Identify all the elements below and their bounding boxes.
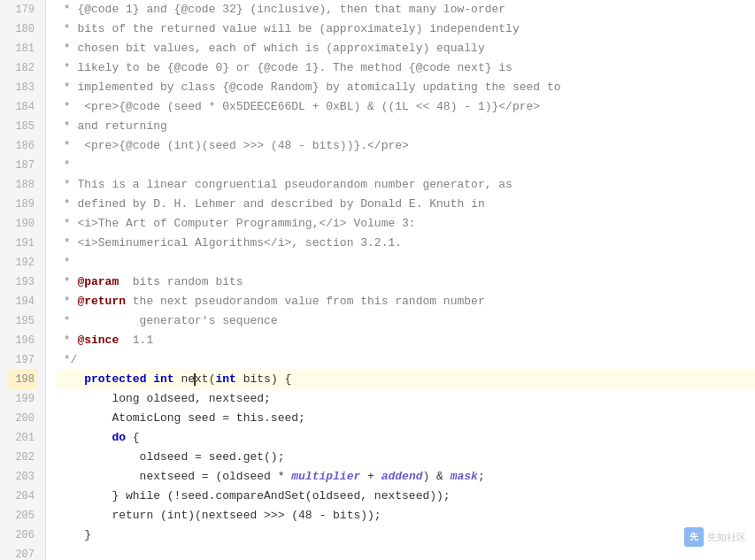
code-line: * @param bits random bits	[57, 272, 755, 292]
line-number: 185	[7, 117, 38, 136]
line-number: 200	[7, 409, 38, 428]
code-token: * likely to be {@code 0} or {@code 1}. T…	[57, 61, 512, 74]
watermark: 先 先知社区	[684, 527, 746, 547]
code-token: int	[215, 372, 235, 386]
code-token: {	[126, 431, 140, 444]
code-line: protected int next(int bits) {	[57, 370, 755, 389]
code-token: ) &	[422, 470, 450, 483]
code-token: bits) {	[236, 372, 291, 386]
code-token: * implemented by class {@code Random} by…	[57, 81, 561, 94]
code-line: } while (!seed.compareAndSet(oldseed, ne…	[57, 487, 755, 506]
code-token: */	[57, 353, 77, 366]
line-number: 205	[7, 506, 38, 525]
code-line: long oldseed, nextseed;	[57, 389, 755, 409]
code-token: 1.1	[119, 334, 153, 347]
code-token: mask	[451, 470, 478, 483]
code-token: *	[57, 256, 71, 269]
code-line: */	[57, 350, 755, 370]
watermark-logo: 先	[684, 527, 704, 547]
line-number: 203	[7, 467, 38, 487]
code-line: * bits of the returned value will be (ap…	[57, 19, 755, 39]
code-editor: 1791801811821831841851861871881891901911…	[0, 0, 755, 560]
code-line: * and returning	[57, 117, 755, 136]
code-line: * generator's sequence	[57, 311, 755, 331]
code-line: * <i>Seminumerical Algorithms</i>, secti…	[57, 234, 755, 253]
code-token: * generator's sequence	[57, 314, 278, 327]
code-token	[57, 431, 112, 444]
line-number: 182	[7, 58, 38, 78]
code-token: *	[57, 295, 77, 308]
code-token: * chosen bit values, each of which is (a…	[57, 42, 485, 55]
line-number: 191	[7, 234, 38, 253]
code-token: * <i>Seminumerical Algorithms</i>, secti…	[57, 236, 402, 249]
code-token: +	[360, 470, 381, 483]
code-token: * <pre>{@code (seed * 0x5DEECE66DL + 0xB…	[57, 100, 540, 113]
line-number: 192	[7, 253, 38, 272]
code-token: } while (!seed.compareAndSet(oldseed, ne…	[57, 489, 451, 502]
code-token	[57, 372, 84, 386]
code-line: * likely to be {@code 0} or {@code 1}. T…	[57, 58, 755, 78]
code-line: * implemented by class {@code Random} by…	[57, 78, 755, 97]
code-token: multiplier	[291, 470, 360, 483]
line-number: 188	[7, 175, 38, 195]
line-number: 193	[7, 272, 38, 292]
code-line: * chosen bit values, each of which is (a…	[57, 39, 755, 58]
code-line: * <i>The Art of Computer Programming,</i…	[57, 214, 755, 234]
code-token: the next pseudorandom value from this ra…	[126, 295, 485, 308]
code-token: oldseed = seed.get();	[57, 450, 284, 464]
code-token: int	[153, 372, 173, 386]
code-token: * <pre>{@code (int)(seed >>> (48 - bits)…	[57, 139, 409, 152]
code-token: long oldseed, nextseed;	[57, 392, 271, 405]
code-token: @return	[77, 295, 126, 308]
line-number: 204	[7, 487, 38, 506]
code-token: ;	[478, 470, 485, 483]
code-line: do {	[57, 428, 755, 448]
code-line: * This is a linear congruential pseudora…	[57, 175, 755, 195]
line-number: 194	[7, 292, 38, 311]
code-token: return (int)(nextseed >>> (48 - bits));	[57, 509, 381, 522]
line-number: 197	[7, 350, 38, 370]
code-token: *	[57, 275, 77, 288]
line-number: 196	[7, 331, 38, 350]
code-token: * and returning	[57, 119, 167, 133]
code-token: * <i>The Art of Computer Programming,</i…	[57, 217, 416, 230]
line-number: 179	[7, 0, 38, 19]
code-line	[57, 545, 755, 560]
code-content[interactable]: * {@code 1} and {@code 32} (inclusive), …	[46, 0, 755, 560]
code-token: addend	[381, 470, 423, 483]
code-line: nextseed = (oldseed * multiplier + adden…	[57, 467, 755, 487]
code-line: * <pre>{@code (seed * 0x5DEECE66DL + 0xB…	[57, 97, 755, 117]
code-token: * {@code 1} and {@code 32} (inclusive), …	[57, 3, 505, 16]
code-token: do	[112, 431, 126, 444]
code-token: * bits of the returned value will be (ap…	[57, 22, 520, 35]
line-number: 207	[7, 545, 38, 560]
code-line: * @since 1.1	[57, 331, 755, 350]
line-numbers: 1791801811821831841851861871881891901911…	[0, 0, 46, 560]
code-line: *	[57, 156, 755, 175]
line-number: 187	[7, 156, 38, 175]
line-number: 199	[7, 389, 38, 409]
code-token: @param	[77, 275, 119, 288]
code-line: }	[57, 525, 755, 545]
watermark-text: 先知社区	[707, 527, 746, 547]
code-token: * defined by D. H. Lehmer and described …	[57, 197, 485, 211]
line-number: 206	[7, 525, 38, 545]
code-line: *	[57, 253, 755, 272]
code-line: * {@code 1} and {@code 32} (inclusive), …	[57, 0, 755, 19]
code-token: bits random bits	[119, 275, 243, 288]
line-number: 183	[7, 78, 38, 97]
line-number: 195	[7, 311, 38, 331]
code-token: @since	[77, 334, 119, 347]
line-number: 180	[7, 19, 38, 39]
line-number: 198	[7, 370, 38, 389]
code-line: oldseed = seed.get();	[57, 448, 755, 467]
code-line: * @return the next pseudorandom value fr…	[57, 292, 755, 311]
line-number: 181	[7, 39, 38, 58]
line-number: 186	[7, 136, 38, 156]
code-line: * defined by D. H. Lehmer and described …	[57, 195, 755, 214]
code-token: }	[57, 528, 91, 541]
code-token: *	[57, 158, 71, 172]
code-line: AtomicLong seed = this.seed;	[57, 409, 755, 428]
code-token: AtomicLong seed = this.seed;	[57, 411, 305, 425]
line-number: 184	[7, 97, 38, 117]
